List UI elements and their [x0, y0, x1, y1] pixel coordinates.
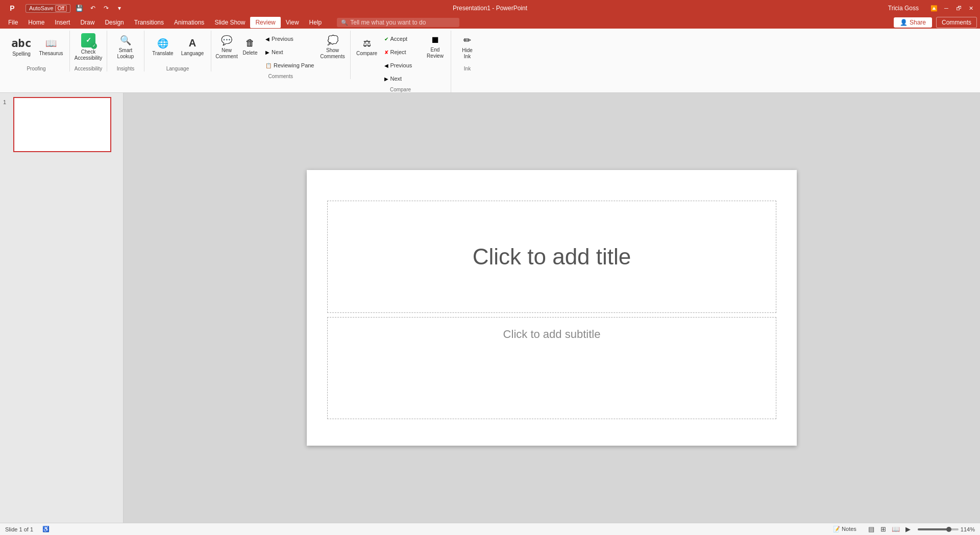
- compare-group-label: Compare: [390, 85, 411, 92]
- reviewing-pane-button[interactable]: 📋 Reviewing Pane: [262, 59, 317, 71]
- next-change-label: Next: [390, 76, 402, 82]
- spelling-button[interactable]: abc Spelling: [7, 31, 36, 63]
- language-button[interactable]: A Language: [178, 31, 207, 63]
- status-bar: Slide 1 of 1 ♿ 📝 Notes ▤ ⊞ 📖 ▶ 114%: [0, 523, 980, 535]
- menu-draw[interactable]: Draw: [75, 17, 100, 28]
- reject-button[interactable]: ✘ Reject: [381, 46, 422, 58]
- menu-bar: File Home Insert Draw Design Transitions…: [0, 16, 980, 29]
- slide-thumbnail[interactable]: [13, 97, 111, 152]
- compare-label: Compare: [356, 51, 377, 57]
- status-bar-right: 📝 Notes ▤ ⊞ 📖 ▶ 114%: [828, 524, 975, 534]
- language-group-label: Language: [166, 64, 189, 71]
- end-review-button[interactable]: ⏹ EndReview: [424, 31, 447, 63]
- notes-button[interactable]: 📝 Notes: [828, 525, 862, 533]
- redo-button[interactable]: ↷: [100, 2, 112, 14]
- slide-subtitle-box[interactable]: Click to add subtitle: [327, 317, 776, 419]
- smart-lookup-button[interactable]: 🔍 SmartLookup: [111, 31, 140, 63]
- menu-animations[interactable]: Animations: [169, 17, 209, 28]
- accept-button[interactable]: ✔ Accept: [381, 33, 422, 45]
- notes-label: Notes: [842, 526, 856, 532]
- minimize-button[interactable]: ─: [941, 3, 951, 13]
- slide-info: Slide 1 of 1: [5, 526, 33, 532]
- slide-thumb-container: 1: [3, 97, 120, 152]
- slide-thumb-inner: [14, 98, 110, 151]
- share-button[interactable]: 👤 Share: [894, 17, 932, 28]
- menu-slideshow[interactable]: Slide Show: [209, 17, 250, 28]
- close-button[interactable]: ✕: [966, 3, 976, 13]
- menu-review[interactable]: Review: [250, 17, 280, 28]
- menu-view[interactable]: View: [281, 17, 304, 28]
- menu-transitions[interactable]: Transitions: [129, 17, 169, 28]
- slide-number: 1: [3, 99, 11, 105]
- thesaurus-button[interactable]: 📖 Thesaurus: [37, 31, 65, 63]
- delete-comment-icon: 🗑: [246, 38, 255, 48]
- new-comment-label: NewComment: [215, 47, 237, 60]
- zoom-area: 114%: [918, 526, 975, 532]
- slide-panel: 1: [0, 93, 124, 523]
- spelling-icon: abc: [11, 37, 32, 50]
- menu-home[interactable]: Home: [23, 17, 50, 28]
- search-box[interactable]: 🔍 Tell me what you want to do: [337, 18, 459, 27]
- ribbon-collapse-button[interactable]: 🔼: [929, 3, 939, 13]
- accessibility-status-button[interactable]: ♿: [39, 525, 53, 533]
- ribbon-group-proofing: abc Spelling 📖 Thesaurus Proofing: [3, 31, 70, 71]
- slide-canvas[interactable]: Click to add title Click to add subtitle: [307, 170, 797, 446]
- normal-view-button[interactable]: ▤: [866, 524, 877, 534]
- restore-button[interactable]: 🗗: [953, 3, 964, 13]
- customize-qa-button[interactable]: ▾: [113, 2, 126, 14]
- undo-button[interactable]: ↶: [87, 2, 99, 14]
- show-comments-label: ShowComments: [320, 47, 345, 60]
- comments-button[interactable]: Comments: [936, 17, 977, 28]
- previous-comment-button[interactable]: ◀ Previous: [262, 33, 317, 45]
- zoom-slider[interactable]: [918, 528, 959, 530]
- comments-group-label: Comments: [268, 71, 293, 79]
- menu-file[interactable]: File: [3, 17, 23, 28]
- show-comments-button[interactable]: 💭 ShowComments: [320, 31, 346, 63]
- accept-label: Accept: [390, 36, 408, 42]
- title-bar: P AutoSave Off 💾 ↶ ↷ ▾ Presentation1 - P…: [0, 0, 980, 16]
- title-bar-left: P AutoSave Off 💾 ↶ ↷ ▾: [4, 0, 126, 16]
- translate-button[interactable]: 🌐 Translate: [149, 31, 177, 63]
- proofing-group-label: Proofing: [27, 64, 45, 71]
- menu-help[interactable]: Help: [304, 17, 327, 28]
- delete-comment-label: Delete: [243, 50, 258, 56]
- ribbon-group-compare: ⚖ Compare ✔ Accept ✘ Reject ◀ Previous: [351, 31, 451, 92]
- check-accessibility-icon: ✓: [81, 33, 95, 47]
- previous-change-icon: ◀: [384, 63, 388, 68]
- zoom-fill: [918, 528, 948, 530]
- check-accessibility-button[interactable]: ✓ CheckAccessibility: [74, 31, 103, 63]
- autosave-badge[interactable]: AutoSave Off: [26, 4, 70, 13]
- ribbon-group-accessibility: ✓ CheckAccessibility Accessibility: [70, 31, 107, 71]
- ribbon: abc Spelling 📖 Thesaurus Proofing ✓ Chec…: [0, 29, 980, 93]
- translate-icon: 🌐: [157, 38, 168, 49]
- accessibility-group-label: Accessibility: [75, 64, 102, 71]
- slide-sorter-button[interactable]: ⊞: [878, 524, 889, 534]
- menu-design[interactable]: Design: [100, 17, 129, 28]
- search-icon: 🔍: [341, 19, 348, 26]
- delete-comment-button[interactable]: 🗑 Delete: [240, 31, 260, 63]
- next-comment-button[interactable]: ▶ Next: [262, 46, 317, 58]
- slide-title-placeholder[interactable]: Click to add title: [473, 244, 631, 270]
- reading-view-button[interactable]: 📖: [890, 524, 901, 534]
- hide-ink-button[interactable]: ✏ HideInk: [455, 31, 480, 63]
- menu-insert[interactable]: Insert: [50, 17, 75, 28]
- app-logo: P: [4, 0, 20, 16]
- insights-group-label: Insights: [117, 64, 134, 71]
- previous-change-button[interactable]: ◀ Previous: [381, 59, 422, 71]
- ribbon-group-insights: 🔍 SmartLookup Insights: [107, 31, 144, 71]
- notes-icon: 📝: [833, 526, 840, 532]
- slide-subtitle-placeholder[interactable]: Click to add subtitle: [503, 328, 601, 341]
- ink-group-label: Ink: [464, 64, 471, 71]
- next-change-button[interactable]: ▶ Next: [381, 72, 422, 85]
- slide-title-box[interactable]: Click to add title: [327, 201, 776, 313]
- smart-lookup-label: SmartLookup: [117, 47, 134, 60]
- next-change-icon: ▶: [384, 76, 388, 82]
- new-comment-button[interactable]: 💬 NewComment: [215, 31, 238, 63]
- save-button[interactable]: 💾: [74, 2, 86, 14]
- compare-button[interactable]: ⚖ Compare: [355, 31, 379, 63]
- translate-label: Translate: [152, 51, 173, 57]
- slide-show-button[interactable]: ▶: [902, 524, 914, 534]
- reject-label: Reject: [390, 49, 406, 55]
- hide-ink-label: HideInk: [462, 47, 473, 60]
- spelling-label: Spelling: [12, 51, 31, 57]
